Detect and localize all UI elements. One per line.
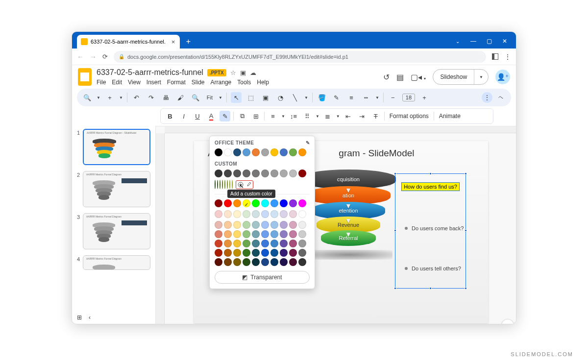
color-swatch[interactable] xyxy=(261,199,269,207)
color-swatch[interactable] xyxy=(280,230,288,238)
color-swatch[interactable] xyxy=(233,230,241,238)
color-swatch[interactable] xyxy=(252,148,260,156)
color-swatch[interactable] xyxy=(233,249,241,257)
color-swatch[interactable] xyxy=(224,180,225,189)
color-swatch[interactable] xyxy=(224,170,232,177)
color-swatch[interactable] xyxy=(215,221,222,229)
redo-icon[interactable]: ↷ xyxy=(146,92,157,103)
color-swatch[interactable] xyxy=(280,210,288,218)
color-swatch[interactable] xyxy=(227,180,228,189)
color-swatch[interactable] xyxy=(215,230,222,238)
color-swatch[interactable] xyxy=(224,258,232,266)
color-swatch[interactable] xyxy=(261,230,269,238)
cloud-status-icon[interactable]: ☁ xyxy=(250,69,256,76)
color-swatch[interactable] xyxy=(233,170,241,177)
color-swatch[interactable] xyxy=(222,180,223,189)
browser-tab[interactable]: 6337-02-5-aarrr-metrics-funnel. × xyxy=(77,35,180,49)
menu-insert[interactable]: Insert xyxy=(147,79,161,86)
color-swatch[interactable] xyxy=(252,221,260,229)
color-swatch[interactable] xyxy=(270,210,278,218)
color-swatch[interactable] xyxy=(232,180,233,189)
menu-arrange[interactable]: Arrange xyxy=(211,79,232,86)
color-swatch[interactable] xyxy=(224,240,232,247)
color-swatch[interactable] xyxy=(270,199,278,207)
highlight-color-icon[interactable]: ✎ xyxy=(220,111,230,121)
color-swatch[interactable] xyxy=(298,230,306,238)
thumbnail-3[interactable]: AARRR Metrics Funnel Diagram xyxy=(83,213,150,249)
color-swatch[interactable] xyxy=(289,221,297,229)
reload-icon[interactable]: ⟳ xyxy=(102,53,108,60)
thumbnail-2[interactable]: AARRR Metrics Funnel Diagram xyxy=(83,171,150,207)
color-swatch[interactable] xyxy=(252,230,260,238)
menu-view[interactable]: View xyxy=(128,79,141,86)
callout-retention[interactable]: Do users come back? xyxy=(405,225,464,231)
align-icon[interactable]: ≡ xyxy=(268,111,278,121)
color-swatch[interactable] xyxy=(229,180,230,189)
color-swatch[interactable] xyxy=(280,148,288,156)
paint-format-icon[interactable]: 🖌 xyxy=(175,92,186,103)
color-swatch[interactable] xyxy=(215,148,222,156)
thumbnail-1[interactable]: AARRR Metrics Funnel Diagram - SlideMode… xyxy=(83,129,150,165)
color-swatch[interactable] xyxy=(280,170,288,177)
color-swatch[interactable] xyxy=(280,258,288,266)
color-swatch[interactable] xyxy=(252,199,260,207)
font-size-input[interactable]: 18 xyxy=(402,94,415,101)
color-swatch[interactable] xyxy=(270,221,278,229)
star-icon[interactable]: ☆ xyxy=(230,69,236,76)
bold-icon[interactable]: B xyxy=(165,111,175,121)
color-swatch[interactable] xyxy=(270,148,278,156)
callout-referral[interactable]: Do users tell others? xyxy=(405,266,461,271)
color-swatch[interactable] xyxy=(243,221,250,229)
new-tab-button[interactable]: + xyxy=(183,36,194,47)
tab-search-icon[interactable]: ⌄ xyxy=(453,39,462,44)
document-title[interactable]: 6337-02-5-aarrr-metrics-funnel xyxy=(97,68,203,77)
font-size-increase-icon[interactable]: + xyxy=(419,92,430,103)
textbox-icon[interactable]: ⬚ xyxy=(245,92,256,103)
clear-format-icon[interactable]: T xyxy=(370,111,381,121)
slideshow-label[interactable]: Slideshow xyxy=(433,70,474,84)
funnel-diagram[interactable]: cquisition▼ ation▼ etention▼ Revenue▼ Re… xyxy=(301,172,396,260)
color-swatch[interactable] xyxy=(233,210,241,218)
color-swatch[interactable] xyxy=(261,258,269,266)
eyedropper-icon[interactable] xyxy=(245,181,252,188)
color-swatch[interactable] xyxy=(270,170,278,177)
text-color-icon[interactable]: A xyxy=(206,111,217,121)
color-swatch[interactable] xyxy=(215,199,222,207)
sidepanel-icon[interactable] xyxy=(492,53,498,60)
transparent-button[interactable]: ◩ Transparent xyxy=(215,271,310,284)
link-icon[interactable]: ⧉ xyxy=(237,111,247,121)
color-swatch[interactable] xyxy=(215,258,222,266)
history-icon[interactable]: ↺ xyxy=(383,73,390,82)
search-menus-icon[interactable]: 🔍 xyxy=(82,92,93,103)
highlighted-textbox[interactable]: How do users find us? xyxy=(401,182,460,191)
color-swatch[interactable] xyxy=(243,148,250,156)
color-swatch[interactable] xyxy=(289,210,297,218)
nav-back-icon[interactable]: ← xyxy=(77,53,84,61)
color-swatch[interactable] xyxy=(289,240,297,247)
image-icon[interactable]: ▣ xyxy=(260,92,271,103)
bullet-list-icon[interactable]: ⠿ xyxy=(302,111,313,121)
window-minimize-icon[interactable]: ― xyxy=(469,38,478,45)
color-swatch[interactable] xyxy=(243,240,250,247)
color-swatch[interactable] xyxy=(243,199,250,207)
move-folder-icon[interactable]: ▣ xyxy=(240,69,246,76)
indent-decrease-icon[interactable]: ⇤ xyxy=(343,111,354,121)
color-swatch[interactable] xyxy=(233,199,241,207)
url-input[interactable]: 🔒 docs.google.com/presentation/d/155Kly8… xyxy=(114,51,486,63)
color-swatch[interactable] xyxy=(270,258,278,266)
collapse-toolbar-icon[interactable]: ヘ xyxy=(495,92,506,103)
color-swatch[interactable] xyxy=(215,240,222,247)
color-swatch[interactable] xyxy=(261,170,269,177)
menu-slide[interactable]: Slide xyxy=(192,79,205,86)
new-slide-icon[interactable]: + xyxy=(104,92,115,103)
color-swatch[interactable] xyxy=(280,221,288,229)
color-swatch[interactable] xyxy=(280,249,288,257)
color-swatch[interactable] xyxy=(270,249,278,257)
color-swatch[interactable] xyxy=(261,240,269,247)
shape-icon[interactable]: ◔ xyxy=(275,92,286,103)
thumbnail-4[interactable]: AARRR Metrics Funnel Diagram xyxy=(83,255,150,270)
color-swatch[interactable] xyxy=(215,180,216,189)
nav-forward-icon[interactable]: → xyxy=(90,53,97,61)
color-swatch[interactable] xyxy=(261,249,269,257)
color-swatch[interactable] xyxy=(261,148,269,156)
